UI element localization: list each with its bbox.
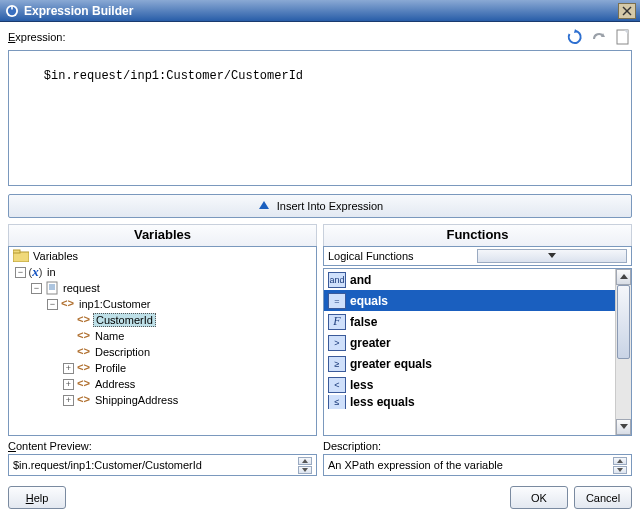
tree-node-customer[interactable]: − <> inp1:Customer — [47, 296, 312, 312]
collapse-icon[interactable]: − — [47, 299, 58, 310]
step-down[interactable] — [298, 466, 312, 474]
refresh-button[interactable] — [566, 28, 584, 46]
function-label: equals — [350, 294, 388, 308]
function-item-equals[interactable]: = equals — [324, 290, 615, 311]
function-item-and[interactable]: and and — [324, 269, 615, 290]
tree-node-name[interactable]: <> Name — [63, 328, 312, 344]
tree-node-profile[interactable]: + <> Profile — [63, 360, 312, 376]
tree-node-address[interactable]: + <> Address — [63, 376, 312, 392]
svg-marker-20 — [302, 468, 308, 472]
scroll-down-button[interactable] — [616, 419, 631, 435]
step-up[interactable] — [613, 457, 627, 465]
description-label: Description: — [323, 440, 632, 452]
function-item-false[interactable]: F false — [324, 311, 615, 332]
function-item-greater[interactable]: > greater — [324, 332, 615, 353]
tree-node-description[interactable]: <> Description — [63, 344, 312, 360]
twisty-empty — [63, 347, 74, 358]
title-bar: Expression Builder — [0, 0, 640, 22]
function-badge: ≤ — [328, 395, 346, 409]
collapse-icon[interactable]: − — [15, 267, 26, 278]
function-item-less-equals[interactable]: ≤ less equals — [324, 395, 615, 409]
new-document-icon — [616, 29, 630, 45]
node-label: request — [61, 282, 102, 294]
tree-node-request[interactable]: − request — [31, 280, 312, 296]
expand-icon[interactable]: + — [63, 379, 74, 390]
node-label: Description — [93, 346, 152, 358]
expand-icon[interactable]: + — [63, 395, 74, 406]
content-preview-field[interactable]: $in.request/inp1:Customer/CustomerId — [8, 454, 317, 476]
stepper[interactable] — [613, 457, 627, 474]
element-icon: <> — [76, 329, 91, 343]
svg-marker-16 — [548, 253, 556, 258]
scroll-thumb[interactable] — [617, 285, 630, 359]
svg-rect-11 — [13, 250, 20, 253]
function-label: greater — [350, 336, 391, 350]
node-label: Address — [93, 378, 137, 390]
collapse-icon[interactable]: − — [31, 283, 42, 294]
function-category-dropdown[interactable]: Logical Functions — [323, 246, 632, 266]
insert-label: Insert Into Expression — [277, 200, 383, 212]
svg-marker-17 — [620, 274, 628, 279]
preview-row: Content Preview: $in.request/inp1:Custom… — [8, 440, 632, 476]
scrollbar[interactable] — [615, 269, 631, 435]
redo-button[interactable] — [590, 28, 608, 46]
split-panels: Variables Variables − (x) in — [8, 224, 632, 436]
close-button[interactable] — [618, 3, 636, 19]
svg-marker-22 — [617, 468, 623, 472]
document-icon — [44, 281, 59, 295]
app-icon — [4, 3, 20, 19]
dropdown-value: Logical Functions — [328, 250, 477, 262]
expand-icon[interactable]: + — [63, 363, 74, 374]
ok-button[interactable]: OK — [510, 486, 568, 509]
scroll-up-button[interactable] — [616, 269, 631, 285]
element-icon: <> — [76, 377, 91, 391]
folder-icon — [13, 249, 29, 262]
content-preview-section: Content Preview: $in.request/inp1:Custom… — [8, 440, 317, 476]
insert-icon — [257, 199, 271, 213]
step-down[interactable] — [613, 466, 627, 474]
variable-icon: (x) — [28, 265, 43, 279]
chevron-down-icon — [477, 249, 628, 263]
cancel-button[interactable]: Cancel — [574, 486, 632, 509]
svg-marker-19 — [302, 459, 308, 463]
function-label: and — [350, 273, 371, 287]
svg-rect-2 — [11, 6, 13, 10]
variables-panel: Variables Variables − (x) in — [8, 224, 317, 436]
step-up[interactable] — [298, 457, 312, 465]
function-list[interactable]: and and = equals F false > greater — [324, 269, 615, 435]
insert-into-expression-button[interactable]: Insert Into Expression — [8, 194, 632, 218]
expression-textarea[interactable]: $in.request/inp1:Customer/CustomerId — [8, 50, 632, 186]
element-icon: <> — [60, 297, 75, 311]
description-field[interactable]: An XPath expression of the variable — [323, 454, 632, 476]
function-badge: and — [328, 272, 346, 288]
function-label: less — [350, 378, 373, 392]
element-icon: <> — [76, 393, 91, 407]
dialog-body: Expression: $in.request/inp1:Customer/Cu… — [0, 22, 640, 517]
stepper[interactable] — [298, 457, 312, 474]
help-button[interactable]: Help — [8, 486, 66, 509]
function-badge: < — [328, 377, 346, 393]
function-item-less[interactable]: < less — [324, 374, 615, 395]
functions-header: Functions — [323, 224, 632, 246]
content-preview-value: $in.request/inp1:Customer/CustomerId — [13, 459, 298, 471]
node-label: CustomerId — [93, 313, 156, 327]
function-label: false — [350, 315, 377, 329]
node-label: Name — [93, 330, 126, 342]
new-button[interactable] — [614, 28, 632, 46]
twisty-empty — [63, 315, 74, 326]
tree-node-in[interactable]: − (x) in — [15, 264, 312, 280]
redo-icon — [591, 29, 607, 45]
function-item-greater-equals[interactable]: ≥ greater equals — [324, 353, 615, 374]
svg-marker-18 — [620, 424, 628, 429]
tree-node-customerid[interactable]: <> CustomerId — [63, 312, 312, 328]
variables-root[interactable]: Variables — [13, 249, 312, 264]
window-title: Expression Builder — [24, 4, 618, 18]
variables-tree-panel[interactable]: Variables − (x) in − request — [8, 246, 317, 436]
function-label: less equals — [350, 395, 415, 409]
scroll-track[interactable] — [616, 285, 631, 419]
description-value: An XPath expression of the variable — [328, 459, 613, 471]
node-label: in — [45, 266, 58, 278]
function-label: greater equals — [350, 357, 432, 371]
tree-node-shippingaddress[interactable]: + <> ShippingAddress — [63, 392, 312, 408]
element-icon: <> — [76, 361, 91, 375]
